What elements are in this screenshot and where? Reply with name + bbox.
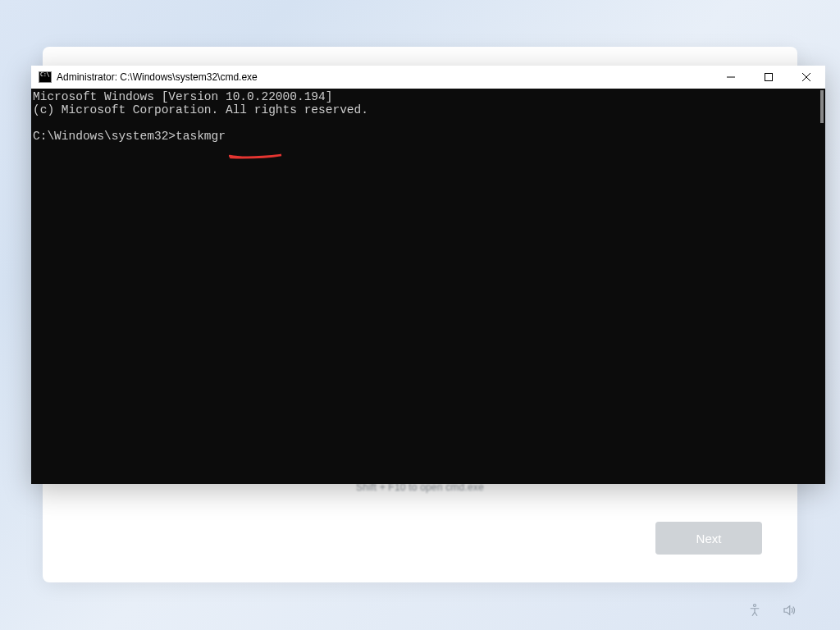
setup-dialog-footer: Shift + F10 to open cmd.exe Next xyxy=(43,484,797,582)
close-button[interactable] xyxy=(788,66,825,89)
accessibility-icon[interactable] xyxy=(746,602,763,619)
next-button[interactable]: Next xyxy=(655,522,762,555)
cmd-output-line: (c) Microsoft Corporation. All rights re… xyxy=(33,103,368,116)
cmd-output-line: Microsoft Windows [Version 10.0.22000.19… xyxy=(33,90,332,103)
cmd-typed-command: taskmgr xyxy=(176,130,226,143)
cmd-terminal-body[interactable]: Microsoft Windows [Version 10.0.22000.19… xyxy=(31,89,825,484)
svg-point-4 xyxy=(754,605,756,607)
minimize-button[interactable] xyxy=(712,66,750,89)
cmd-icon xyxy=(39,71,52,83)
volume-icon[interactable] xyxy=(781,602,797,619)
cmd-window: Administrator: C:\Windows\system32\cmd.e… xyxy=(31,66,825,484)
cmd-prompt-path: C:\Windows\system32> xyxy=(33,130,176,143)
cmd-window-title: Administrator: C:\Windows\system32\cmd.e… xyxy=(57,71,258,83)
cmd-titlebar[interactable]: Administrator: C:\Windows\system32\cmd.e… xyxy=(31,66,825,89)
system-tray xyxy=(746,602,797,619)
maximize-button[interactable] xyxy=(750,66,788,89)
svg-rect-1 xyxy=(765,74,773,81)
cmd-scrollbar[interactable] xyxy=(820,90,824,123)
